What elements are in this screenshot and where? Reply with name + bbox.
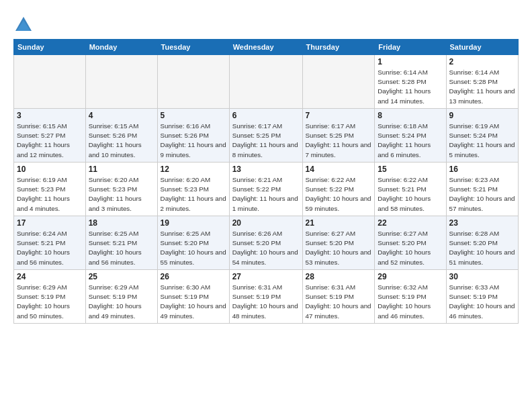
day-number: 5	[161, 111, 226, 120]
day-info: Sunrise: 6:22 AM Sunset: 5:21 PM Dayligh…	[378, 175, 443, 214]
day-info: Sunrise: 6:17 AM Sunset: 5:25 PM Dayligh…	[232, 122, 300, 160]
calendar-cell: 28Sunrise: 6:31 AM Sunset: 5:19 PM Dayli…	[302, 270, 375, 324]
day-info: Sunrise: 6:33 AM Sunset: 5:19 PM Dayligh…	[449, 283, 515, 321]
weekday-header-monday: Monday	[85, 40, 157, 55]
day-number: 3	[17, 111, 83, 120]
day-info: Sunrise: 6:29 AM Sunset: 5:19 PM Dayligh…	[89, 283, 154, 321]
calendar-cell: 1Sunrise: 6:14 AM Sunset: 5:28 PM Daylig…	[375, 55, 446, 109]
calendar-cell: 29Sunrise: 6:32 AM Sunset: 5:19 PM Dayli…	[375, 270, 446, 324]
calendar-cell: 7Sunrise: 6:17 AM Sunset: 5:25 PM Daylig…	[302, 109, 375, 163]
day-info: Sunrise: 6:15 AM Sunset: 5:26 PM Dayligh…	[89, 122, 154, 160]
calendar-cell: 26Sunrise: 6:30 AM Sunset: 5:19 PM Dayli…	[157, 270, 229, 324]
calendar-cell: 18Sunrise: 6:25 AM Sunset: 5:21 PM Dayli…	[85, 216, 157, 270]
calendar-cell: 13Sunrise: 6:21 AM Sunset: 5:22 PM Dayli…	[229, 163, 302, 216]
day-number: 20	[232, 218, 300, 228]
weekday-header-saturday: Saturday	[446, 40, 518, 55]
day-number: 14	[306, 165, 372, 174]
calendar-cell: 15Sunrise: 6:22 AM Sunset: 5:21 PM Dayli…	[375, 163, 446, 216]
day-info: Sunrise: 6:26 AM Sunset: 5:20 PM Dayligh…	[232, 229, 300, 267]
day-number: 6	[232, 111, 300, 120]
day-info: Sunrise: 6:18 AM Sunset: 5:24 PM Dayligh…	[378, 122, 443, 160]
calendar-cell: 10Sunrise: 6:19 AM Sunset: 5:23 PM Dayli…	[14, 163, 86, 216]
day-info: Sunrise: 6:21 AM Sunset: 5:22 PM Dayligh…	[232, 175, 300, 214]
day-number: 2	[449, 57, 515, 66]
calendar-cell	[229, 55, 302, 109]
day-info: Sunrise: 6:20 AM Sunset: 5:23 PM Dayligh…	[161, 175, 226, 214]
day-info: Sunrise: 6:31 AM Sunset: 5:19 PM Dayligh…	[232, 283, 300, 321]
calendar-cell: 22Sunrise: 6:27 AM Sunset: 5:20 PM Dayli…	[375, 216, 446, 270]
day-info: Sunrise: 6:20 AM Sunset: 5:23 PM Dayligh…	[89, 175, 154, 214]
day-info: Sunrise: 6:14 AM Sunset: 5:28 PM Dayligh…	[378, 68, 443, 106]
day-number: 29	[378, 272, 443, 281]
calendar-cell: 20Sunrise: 6:26 AM Sunset: 5:20 PM Dayli…	[229, 216, 302, 270]
calendar-cell: 9Sunrise: 6:19 AM Sunset: 5:24 PM Daylig…	[446, 109, 518, 163]
calendar-week-row: 1Sunrise: 6:14 AM Sunset: 5:28 PM Daylig…	[14, 55, 519, 109]
calendar-cell: 14Sunrise: 6:22 AM Sunset: 5:22 PM Dayli…	[302, 163, 375, 216]
day-number: 19	[161, 218, 226, 228]
day-info: Sunrise: 6:19 AM Sunset: 5:23 PM Dayligh…	[17, 175, 83, 214]
day-info: Sunrise: 6:14 AM Sunset: 5:28 PM Dayligh…	[449, 68, 515, 106]
day-info: Sunrise: 6:31 AM Sunset: 5:19 PM Dayligh…	[306, 283, 372, 321]
day-info: Sunrise: 6:27 AM Sunset: 5:20 PM Dayligh…	[306, 229, 372, 267]
day-number: 7	[306, 111, 372, 120]
calendar-cell	[157, 55, 229, 109]
calendar-table: SundayMondayTuesdayWednesdayThursdayFrid…	[13, 39, 519, 324]
day-number: 28	[306, 272, 372, 281]
day-number: 27	[232, 272, 300, 281]
day-info: Sunrise: 6:23 AM Sunset: 5:21 PM Dayligh…	[449, 175, 515, 214]
day-number: 25	[89, 272, 154, 281]
day-number: 10	[17, 165, 83, 174]
calendar-cell: 8Sunrise: 6:18 AM Sunset: 5:24 PM Daylig…	[375, 109, 446, 163]
day-number: 21	[306, 218, 372, 228]
header	[13, 12, 519, 35]
day-number: 30	[449, 272, 515, 281]
calendar-week-row: 3Sunrise: 6:15 AM Sunset: 5:27 PM Daylig…	[14, 109, 519, 163]
weekday-header-thursday: Thursday	[302, 40, 375, 55]
day-number: 18	[89, 218, 154, 228]
logo-icon	[13, 15, 34, 35]
calendar-cell: 30Sunrise: 6:33 AM Sunset: 5:19 PM Dayli…	[446, 270, 518, 324]
day-number: 4	[89, 111, 154, 120]
calendar-cell: 12Sunrise: 6:20 AM Sunset: 5:23 PM Dayli…	[157, 163, 229, 216]
calendar-cell	[85, 55, 157, 109]
day-number: 15	[378, 165, 443, 174]
day-number: 12	[161, 165, 226, 174]
calendar-week-row: 24Sunrise: 6:29 AM Sunset: 5:19 PM Dayli…	[14, 270, 519, 324]
day-info: Sunrise: 6:24 AM Sunset: 5:21 PM Dayligh…	[17, 229, 83, 267]
day-number: 24	[17, 272, 83, 281]
day-info: Sunrise: 6:15 AM Sunset: 5:27 PM Dayligh…	[17, 122, 83, 160]
day-number: 13	[232, 165, 300, 174]
day-info: Sunrise: 6:22 AM Sunset: 5:22 PM Dayligh…	[306, 175, 372, 214]
day-info: Sunrise: 6:32 AM Sunset: 5:19 PM Dayligh…	[378, 283, 443, 321]
day-info: Sunrise: 6:29 AM Sunset: 5:19 PM Dayligh…	[17, 283, 83, 321]
day-info: Sunrise: 6:19 AM Sunset: 5:24 PM Dayligh…	[449, 122, 515, 160]
calendar-cell: 16Sunrise: 6:23 AM Sunset: 5:21 PM Dayli…	[446, 163, 518, 216]
calendar-cell: 3Sunrise: 6:15 AM Sunset: 5:27 PM Daylig…	[14, 109, 86, 163]
calendar-cell: 25Sunrise: 6:29 AM Sunset: 5:19 PM Dayli…	[85, 270, 157, 324]
calendar-cell: 24Sunrise: 6:29 AM Sunset: 5:19 PM Dayli…	[14, 270, 86, 324]
calendar-cell: 2Sunrise: 6:14 AM Sunset: 5:28 PM Daylig…	[446, 55, 518, 109]
calendar-week-row: 10Sunrise: 6:19 AM Sunset: 5:23 PM Dayli…	[14, 163, 519, 216]
day-info: Sunrise: 6:30 AM Sunset: 5:19 PM Dayligh…	[161, 283, 226, 321]
day-info: Sunrise: 6:25 AM Sunset: 5:20 PM Dayligh…	[161, 229, 226, 267]
calendar-cell: 17Sunrise: 6:24 AM Sunset: 5:21 PM Dayli…	[14, 216, 86, 270]
day-number: 17	[17, 218, 83, 228]
calendar-cell: 19Sunrise: 6:25 AM Sunset: 5:20 PM Dayli…	[157, 216, 229, 270]
day-info: Sunrise: 6:27 AM Sunset: 5:20 PM Dayligh…	[378, 229, 443, 267]
calendar-cell: 5Sunrise: 6:16 AM Sunset: 5:26 PM Daylig…	[157, 109, 229, 163]
calendar-cell	[14, 55, 86, 109]
day-number: 1	[378, 57, 443, 66]
calendar-cell: 23Sunrise: 6:28 AM Sunset: 5:20 PM Dayli…	[446, 216, 518, 270]
calendar-cell: 27Sunrise: 6:31 AM Sunset: 5:19 PM Dayli…	[229, 270, 302, 324]
day-number: 8	[378, 111, 443, 120]
day-info: Sunrise: 6:17 AM Sunset: 5:25 PM Dayligh…	[306, 122, 372, 160]
day-number: 9	[449, 111, 515, 120]
calendar-cell: 4Sunrise: 6:15 AM Sunset: 5:26 PM Daylig…	[85, 109, 157, 163]
weekday-header-sunday: Sunday	[14, 40, 86, 55]
weekday-header-friday: Friday	[375, 40, 446, 55]
page: SundayMondayTuesdayWednesdayThursdayFrid…	[0, 0, 532, 411]
day-number: 16	[449, 165, 515, 174]
calendar-cell: 21Sunrise: 6:27 AM Sunset: 5:20 PM Dayli…	[302, 216, 375, 270]
calendar-week-row: 17Sunrise: 6:24 AM Sunset: 5:21 PM Dayli…	[14, 216, 519, 270]
logo	[13, 15, 36, 35]
